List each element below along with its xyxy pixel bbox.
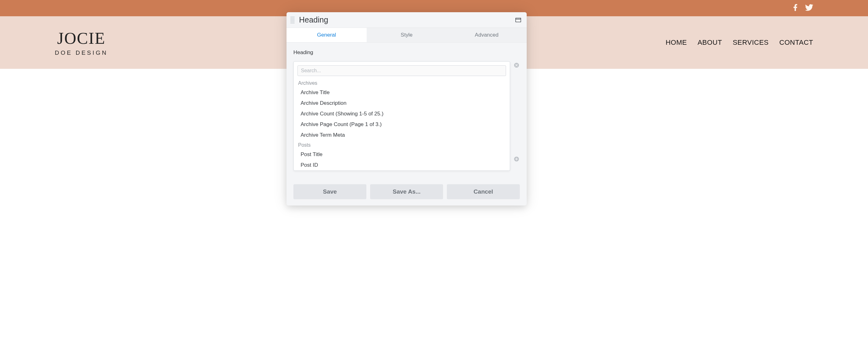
group-archives-label: Archives (294, 78, 510, 87)
panel-body: Heading Archives Archive Title Archive D… (286, 42, 527, 179)
option-archive-count[interactable]: Archive Count (Showing 1-5 of 25.) (294, 108, 510, 119)
save-button[interactable]: Save (293, 184, 366, 199)
heading-source-dropdown: Archives Archive Title Archive Descripti… (293, 61, 510, 171)
nav-services[interactable]: SERVICES (733, 38, 769, 46)
panel-titlebar[interactable]: Heading (286, 12, 527, 28)
nav-contact[interactable]: CONTACT (779, 38, 813, 46)
facebook-icon[interactable] (792, 4, 799, 12)
option-post-title[interactable]: Post Title (294, 149, 510, 160)
nav-home[interactable]: HOME (666, 38, 687, 46)
svg-rect-0 (516, 18, 521, 22)
twitter-icon[interactable] (805, 3, 813, 13)
tab-general[interactable]: General (286, 28, 367, 42)
option-archive-page-count[interactable]: Archive Page Count (Page 1 of 3.) (294, 119, 510, 130)
dropdown-search-wrap (294, 62, 510, 78)
panel-footer: Save Save As... Cancel (286, 179, 527, 206)
save-as-button[interactable]: Save As... (370, 184, 443, 199)
panel-title: Heading (299, 15, 511, 24)
responsive-toggle-icon[interactable] (516, 18, 521, 22)
clear-icon[interactable] (514, 63, 519, 69)
drag-handle-icon[interactable] (290, 16, 294, 24)
heading-settings-panel: Heading General Style Advanced Heading A… (286, 12, 527, 206)
brand-subtitle: DOE DESIGN (55, 49, 108, 56)
option-archive-title[interactable]: Archive Title (294, 87, 510, 98)
brand-title: JOCIE (57, 29, 105, 47)
group-posts-label: Posts (294, 140, 510, 149)
heading-section-label: Heading (293, 49, 520, 56)
nav-about[interactable]: ABOUT (698, 38, 722, 46)
tab-advanced[interactable]: Advanced (446, 28, 527, 42)
brand: JOCIE DOE DESIGN (55, 29, 108, 56)
option-archive-description[interactable]: Archive Description (294, 98, 510, 108)
tab-style[interactable]: Style (367, 28, 447, 42)
primary-nav: HOME ABOUT SERVICES CONTACT (666, 38, 813, 46)
search-input[interactable] (298, 65, 506, 76)
option-post-id[interactable]: Post ID (294, 160, 510, 170)
add-icon[interactable] (514, 157, 519, 163)
option-archive-term-meta[interactable]: Archive Term Meta (294, 130, 510, 140)
panel-tabs: General Style Advanced (286, 28, 527, 42)
cancel-button[interactable]: Cancel (447, 184, 520, 199)
